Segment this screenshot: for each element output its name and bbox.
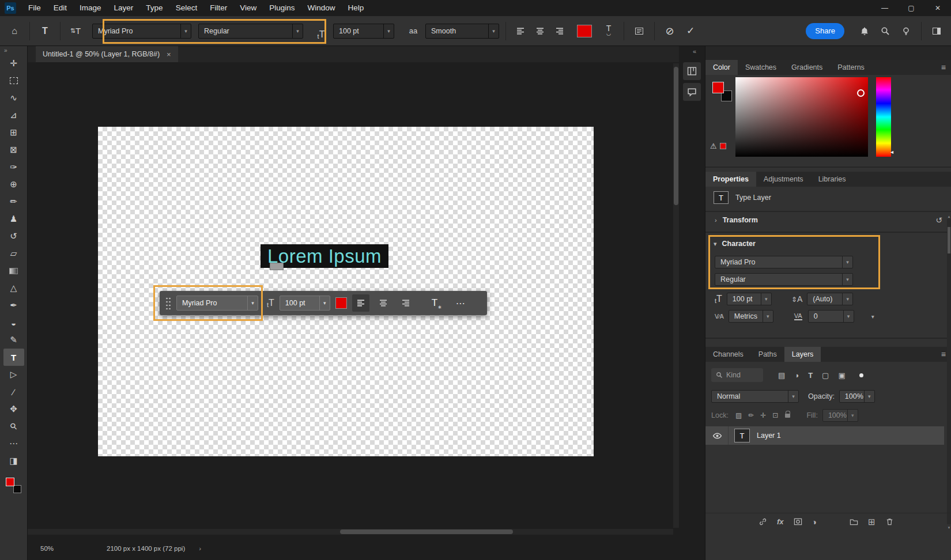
notifications-bell-icon[interactable]: [856, 22, 873, 40]
layer-effects-icon[interactable]: fx: [777, 517, 784, 526]
scroll-up-icon[interactable]: ▴: [947, 214, 951, 219]
hue-slider-marker[interactable]: ◂: [890, 149, 893, 155]
character-font-style-select[interactable]: Regular ▾: [715, 273, 853, 286]
align-center-button[interactable]: [532, 23, 548, 39]
align-right-button[interactable]: [552, 23, 568, 39]
delete-layer-trash-icon[interactable]: [885, 517, 894, 526]
rectangular-marquee-tool[interactable]: [3, 72, 24, 89]
tab-layers[interactable]: Layers: [784, 347, 821, 362]
menu-edit[interactable]: Edit: [47, 0, 73, 16]
hand-tool[interactable]: ✥: [3, 400, 24, 418]
panel-menu-icon[interactable]: ≡: [935, 60, 951, 75]
lock-artboard-icon[interactable]: ⊡: [772, 411, 778, 419]
new-group-folder-icon[interactable]: [850, 517, 858, 526]
more-tools[interactable]: ⋯: [3, 435, 24, 452]
object-selection-tool[interactable]: ⊿: [3, 107, 24, 124]
panel-scroll-thumb[interactable]: [948, 227, 950, 253]
tab-libraries[interactable]: Libraries: [811, 172, 854, 187]
lock-pixels-icon[interactable]: ✏: [748, 411, 754, 419]
discover-lightbulb-icon[interactable]: [897, 22, 915, 40]
menu-plugins[interactable]: Plugins: [263, 0, 301, 16]
pen-tool[interactable]: ✎: [3, 331, 24, 349]
context-align-left-button[interactable]: [352, 294, 369, 312]
horizontal-scrollbar[interactable]: [28, 529, 673, 535]
menu-type[interactable]: Type: [139, 0, 169, 16]
tab-patterns[interactable]: Patterns: [830, 60, 872, 75]
history-brush-tool[interactable]: ↺: [3, 228, 24, 245]
shape-tool[interactable]: △: [3, 279, 24, 297]
filter-type-layers-icon[interactable]: T: [808, 371, 813, 380]
type-tool-preset-icon[interactable]: T: [36, 22, 54, 40]
panel-scrollbar[interactable]: [947, 219, 951, 524]
zoom-level-field[interactable]: 50%: [40, 545, 54, 552]
context-more-options-icon[interactable]: ⋯: [456, 298, 465, 309]
lock-position-icon[interactable]: ✛: [760, 411, 766, 419]
context-text-color-swatch[interactable]: [335, 297, 347, 309]
tab-close-icon[interactable]: ×: [167, 50, 171, 59]
filter-adjustment-layers-icon[interactable]: ◑: [794, 371, 799, 380]
type-settings-icon[interactable]: T∗: [427, 297, 443, 309]
document-tab[interactable]: Untitled-1 @ 50% (Layer 1, RGB/8#) ×: [36, 46, 178, 62]
close-button[interactable]: ✕: [924, 0, 951, 16]
search-icon[interactable]: [877, 22, 894, 40]
leading-select[interactable]: (Auto) ▾: [807, 293, 853, 305]
move-tool[interactable]: ✛: [3, 55, 24, 72]
clone-stamp-tool[interactable]: ♟: [3, 210, 24, 228]
mixer-brush-tool[interactable]: ✒: [3, 297, 24, 314]
menu-layer[interactable]: Layer: [108, 0, 140, 16]
anti-alias-select[interactable]: Smooth ▾: [425, 24, 499, 39]
character-section-header[interactable]: ▾ Character: [714, 240, 756, 248]
menu-view[interactable]: View: [233, 0, 263, 16]
toolbar-expand-icon[interactable]: »: [0, 46, 7, 55]
blend-mode-select[interactable]: Normal ▾: [711, 390, 799, 403]
vertical-scroll-thumb[interactable]: [674, 67, 678, 205]
filter-shape-layers-icon[interactable]: ▢: [822, 371, 829, 380]
text-orientation-icon[interactable]: ⇅T: [67, 22, 84, 40]
opacity-select[interactable]: 100% ▾: [839, 390, 875, 403]
panel-foreground-swatch[interactable]: [712, 82, 724, 93]
layer-name[interactable]: Layer 1: [757, 432, 781, 440]
tab-properties[interactable]: Properties: [705, 172, 756, 187]
font-family-select[interactable]: Myriad Pro ▾: [92, 24, 191, 39]
new-layer-icon[interactable]: ⊞: [868, 517, 875, 527]
transform-section-header[interactable]: › Transform ↺: [715, 215, 942, 225]
minimize-button[interactable]: —: [871, 0, 898, 16]
home-icon[interactable]: ⌂: [6, 22, 23, 40]
reset-transform-icon[interactable]: ↺: [935, 215, 942, 225]
type-tool[interactable]: T: [3, 349, 24, 366]
lock-all-icon[interactable]: [785, 414, 790, 418]
collapsed-panel-columns-icon[interactable]: [683, 62, 701, 80]
character-font-size-select[interactable]: 100 pt ▾: [727, 293, 772, 305]
foreground-background-swatches[interactable]: [6, 478, 21, 493]
status-chevron-icon[interactable]: ›: [199, 545, 201, 552]
warp-text-icon[interactable]: T ◡: [600, 22, 617, 40]
tab-channels[interactable]: Channels: [705, 347, 751, 362]
tab-color[interactable]: Color: [705, 60, 738, 75]
filter-pixel-layers-icon[interactable]: ▤: [778, 371, 785, 380]
line-tool[interactable]: ∕: [3, 383, 24, 400]
spot-healing-brush-tool[interactable]: ⊕: [3, 176, 24, 193]
foreground-color-swatch[interactable]: [6, 478, 14, 486]
lasso-tool[interactable]: ∿: [3, 89, 24, 107]
collapse-panels-icon[interactable]: «: [693, 48, 696, 55]
gradient-tool[interactable]: [3, 262, 24, 279]
maximize-button[interactable]: ▢: [898, 0, 924, 16]
menu-select[interactable]: Select: [169, 0, 204, 16]
menu-image[interactable]: Image: [73, 0, 108, 16]
toggle-character-panel-icon[interactable]: [631, 22, 648, 40]
character-font-family-select[interactable]: Myriad Pro ▾: [715, 256, 853, 268]
context-font-family-select[interactable]: Myriad Pro ▾: [176, 296, 258, 311]
fill-select[interactable]: 100% ▾: [822, 409, 858, 422]
panel-foreground-background-swatches[interactable]: [712, 82, 732, 101]
layer-row[interactable]: T Layer 1: [705, 426, 944, 445]
text-anchor-handle[interactable]: [270, 263, 284, 270]
toggle-panels-icon[interactable]: [928, 22, 945, 40]
align-left-button[interactable]: [512, 23, 529, 39]
adjustment-layer-icon[interactable]: ◑: [812, 517, 817, 527]
tracking-select[interactable]: 0 ▾: [808, 310, 854, 323]
link-layers-icon[interactable]: [758, 517, 767, 526]
path-selection-tool[interactable]: ▷: [3, 366, 24, 383]
eyedropper-tool[interactable]: ✑: [3, 158, 24, 176]
context-font-size-select[interactable]: 100 pt ▾: [280, 296, 330, 311]
menu-help[interactable]: Help: [341, 0, 370, 16]
